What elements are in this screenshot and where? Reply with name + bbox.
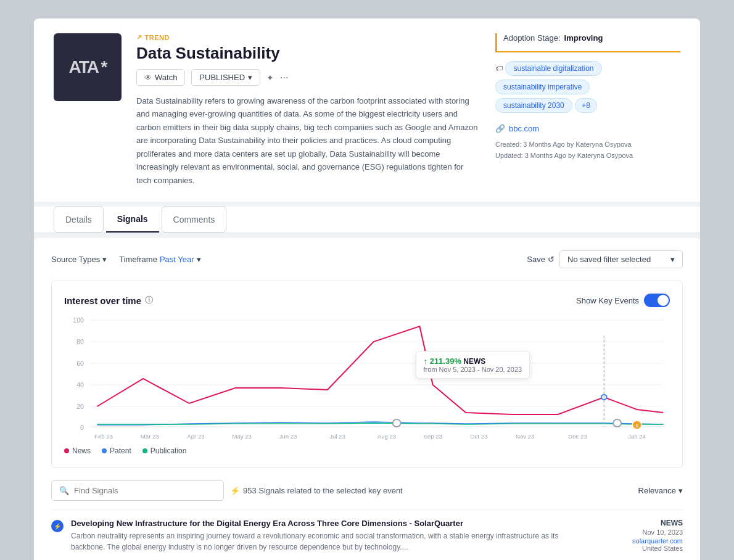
svg-point-12 — [393, 419, 401, 427]
svg-text:80: 80 — [76, 339, 84, 345]
key-events-toggle[interactable] — [644, 294, 670, 307]
tag-chip-2[interactable]: sustainability imperative — [495, 80, 590, 94]
search-signals: 🔍 ⚡ 953 Signals related to the selected … — [51, 480, 683, 501]
source-types-filter[interactable]: Source Types ▾ — [51, 255, 107, 264]
actions-row: 👁 Watch PUBLISHED ▾ ✦ ··· — [136, 69, 480, 86]
info-icon[interactable]: ⓘ — [145, 295, 153, 306]
svg-text:100: 100 — [73, 317, 84, 324]
svg-text:$: $ — [635, 423, 638, 429]
adoption-stage: Adoption Stage: Improving — [495, 33, 680, 52]
more-options-icon[interactable]: ··· — [280, 72, 288, 83]
chart-title: Interest over time ⓘ — [64, 295, 153, 306]
signal-icon-inner: ⚡ — [54, 523, 61, 530]
svg-text:Apr 23: Apr 23 — [187, 434, 204, 440]
svg-text:Feb 23: Feb 23 — [94, 434, 113, 440]
chevron-down-relevance-icon: ▾ — [678, 486, 683, 495]
svg-text:0: 0 — [80, 424, 84, 431]
svg-text:May 23: May 23 — [232, 434, 251, 440]
svg-text:Mar 23: Mar 23 — [141, 434, 159, 440]
chevron-down-timeframe-icon: ▾ — [197, 255, 201, 264]
signals-panel: Source Types ▾ Timeframe Past Year ▾ Sav… — [34, 238, 700, 560]
chevron-down-icon: ▾ — [248, 73, 252, 82]
trend-arrow-icon: ↗ — [136, 33, 142, 41]
svg-text:Jan 24: Jan 24 — [628, 434, 646, 440]
patent-dot — [102, 448, 107, 453]
watch-button[interactable]: 👁 Watch — [136, 69, 185, 86]
signal-description: Carbon neutrality represents an inspirin… — [71, 530, 577, 553]
chart-area: 100 80 60 40 20 0 — [64, 317, 670, 440]
link-icon: 🔗 — [495, 124, 505, 133]
search-box[interactable]: 🔍 — [51, 480, 224, 501]
signals-count: ⚡ 953 Signals related to the selected ke… — [230, 486, 403, 495]
tab-signals[interactable]: Signals — [106, 207, 159, 233]
tab-details[interactable]: Details — [54, 207, 104, 233]
svg-text:Aug 23: Aug 23 — [377, 434, 396, 440]
header-content: ↗ TREND Data Sustainability 👁 Watch PUBL… — [136, 33, 480, 187]
meta-info: Created: 3 Months Ago by Kateryna Osypov… — [495, 139, 680, 161]
relevance-button[interactable]: Relevance ▾ — [638, 486, 683, 495]
tag-icon: 🏷 — [495, 64, 503, 73]
svg-text:Nov 23: Nov 23 — [516, 434, 534, 440]
timeframe-value: Past Year — [160, 255, 194, 264]
bolt-icon: ⚡ — [230, 486, 240, 495]
save-section: Save ↺ No saved filter selected ▾ — [527, 250, 683, 268]
svg-text:20: 20 — [76, 403, 84, 410]
tab-comments[interactable]: Comments — [162, 207, 227, 233]
created-meta: Created: 3 Months Ago by Kateryna Osypov… — [495, 139, 680, 150]
signal-meta: NEWS Nov 10, 2023 solarquarter.com Unite… — [584, 519, 683, 552]
tag-chip-1[interactable]: sustainable digitalization — [505, 61, 601, 76]
thumbnail: ATA * — [54, 33, 122, 101]
header-row: ATA * ↗ TREND Data Sustainability 👁 Watc… — [54, 33, 680, 187]
svg-text:40: 40 — [76, 382, 84, 389]
legend-news: News — [64, 447, 91, 455]
description: Data Sustainability refers to growing aw… — [136, 94, 480, 187]
source-link[interactable]: 🔗 bbc.com — [495, 124, 680, 133]
right-panel: Adoption Stage: Improving 🏷 sustainable … — [495, 33, 680, 161]
tag-chip-3[interactable]: sustainability 2030 — [495, 98, 572, 113]
published-button[interactable]: PUBLISHED ▾ — [191, 69, 260, 86]
svg-point-13 — [613, 419, 621, 427]
search-input[interactable] — [74, 486, 216, 495]
entity-title: Data Sustainability — [136, 44, 480, 63]
svg-text:Jun 23: Jun 23 — [279, 434, 297, 440]
signal-origin[interactable]: solarquarter.com — [584, 537, 683, 545]
news-dot — [64, 448, 69, 453]
save-button[interactable]: Save ↺ — [527, 255, 555, 264]
legend-publication: Publication — [142, 447, 187, 455]
svg-text:Sep 23: Sep 23 — [424, 434, 442, 440]
search-input-row: 🔍 ⚡ 953 Signals related to the selected … — [51, 480, 683, 501]
tabs-row: Details Signals Comments — [34, 207, 700, 233]
timeframe-filter[interactable]: Timeframe Past Year ▾ — [119, 255, 200, 264]
signal-date: Nov 10, 2023 — [584, 529, 683, 536]
svg-text:60: 60 — [76, 360, 84, 367]
source-types-label: Source Types — [51, 255, 100, 264]
filters-row: Source Types ▾ Timeframe Past Year ▾ Sav… — [51, 250, 683, 268]
network-icon[interactable]: ✦ — [266, 73, 274, 83]
main-container: ATA * ↗ TREND Data Sustainability 👁 Watc… — [34, 19, 700, 560]
updated-meta: Updated: 3 Months Ago by Kateryna Osypov… — [495, 150, 680, 162]
svg-text:Jul 23: Jul 23 — [329, 434, 345, 440]
tag-more[interactable]: +8 — [575, 98, 597, 113]
trend-label: ↗ TREND — [136, 33, 480, 41]
signal-item: ⚡ Developing New Infrastructure for the … — [51, 509, 683, 560]
chevron-down-source-icon: ▾ — [102, 255, 107, 264]
timeframe-label: Timeframe — [119, 255, 157, 264]
filter-select[interactable]: No saved filter selected ▾ — [559, 250, 683, 268]
svg-text:Oct 23: Oct 23 — [470, 434, 487, 440]
publication-dot — [142, 448, 147, 453]
signal-country: United States — [584, 545, 683, 552]
chart-legend: News Patent Publication — [64, 447, 670, 455]
tags-section: 🏷 sustainable digitalization sustainabil… — [495, 61, 680, 117]
signal-icon: ⚡ — [51, 520, 64, 532]
signal-content: Developing New Infrastructure for the Di… — [71, 519, 577, 553]
legend-patent: Patent — [102, 447, 131, 455]
chart-header: Interest over time ⓘ Show Key Events — [64, 294, 670, 307]
top-card: ATA * ↗ TREND Data Sustainability 👁 Watc… — [34, 19, 700, 202]
signal-source-type: NEWS — [584, 519, 683, 527]
chevron-down-filter-icon: ▾ — [670, 255, 675, 264]
signal-title[interactable]: Developing New Infrastructure for the Di… — [71, 519, 577, 528]
line-chart-svg: 100 80 60 40 20 0 — [64, 317, 670, 440]
chart-container: Interest over time ⓘ Show Key Events — [51, 281, 683, 468]
eye-icon: 👁 — [144, 73, 152, 82]
search-icon: 🔍 — [59, 486, 69, 495]
